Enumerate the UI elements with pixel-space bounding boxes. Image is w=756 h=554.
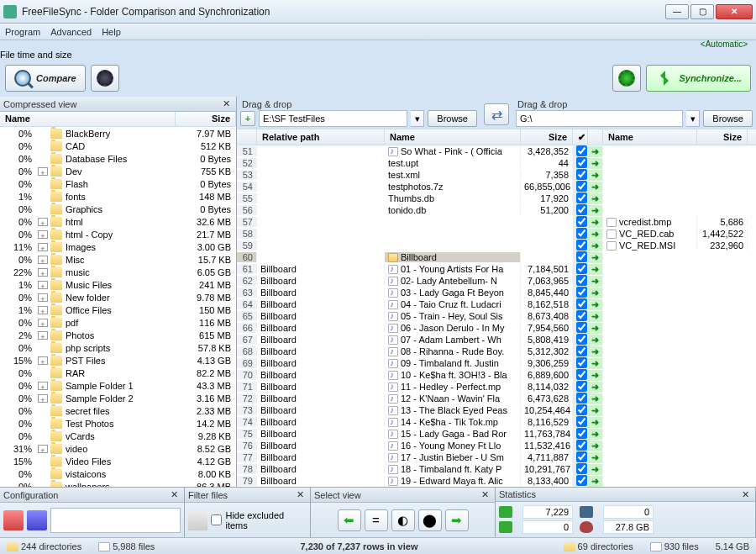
left-path-dropdown[interactable]: ▾ bbox=[411, 110, 424, 127]
right-path-dropdown[interactable]: ▾ bbox=[686, 110, 700, 127]
row-checkbox[interactable] bbox=[576, 416, 587, 427]
tree-row[interactable]: 0%php scripts57.8 KB bbox=[0, 341, 236, 354]
expand-icon[interactable]: + bbox=[38, 230, 48, 239]
grid-row[interactable]: 71Billboard11 - Hedley - Perfect.mp8,114… bbox=[237, 381, 756, 393]
tree-row[interactable]: 0%Test Photos14.2 MB bbox=[0, 417, 236, 430]
tree-col-size[interactable]: Size bbox=[176, 112, 236, 126]
new-config-button[interactable] bbox=[3, 510, 24, 530]
tree-row[interactable]: 0%+pdf116 MB bbox=[0, 316, 236, 329]
row-checkbox[interactable] bbox=[576, 475, 587, 486]
tree-row[interactable]: 0%vCards9.28 KB bbox=[0, 430, 236, 442]
row-checkbox[interactable] bbox=[576, 228, 587, 239]
col-relpath[interactable]: Relative path bbox=[257, 129, 385, 145]
synchronize-button[interactable]: Synchronize... bbox=[646, 65, 751, 92]
row-checkbox[interactable] bbox=[576, 451, 587, 462]
left-path-input[interactable] bbox=[259, 110, 407, 127]
view-diff-button[interactable]: ◐ bbox=[391, 509, 415, 531]
row-checkbox[interactable] bbox=[576, 310, 587, 321]
grid-row[interactable]: 65Billboard05 - Train - Hey, Soul Sis8,6… bbox=[237, 310, 756, 322]
minimize-button[interactable]: — bbox=[665, 4, 689, 19]
select-close-icon[interactable]: ✕ bbox=[479, 489, 491, 500]
grid-row[interactable]: 62Billboard02- Lady Antebellum- N7,063,9… bbox=[237, 275, 756, 287]
filter-close-icon[interactable]: ✕ bbox=[294, 489, 307, 500]
expand-icon[interactable]: + bbox=[38, 281, 48, 289]
right-path-input[interactable] bbox=[516, 110, 683, 127]
tree-row[interactable]: 22%+music6.05 GB bbox=[0, 266, 236, 278]
compare-button[interactable]: Compare bbox=[5, 65, 86, 92]
grid-row[interactable]: 70Billboard10 - Ke$ha ft. 3OH!3 - Bla6,8… bbox=[237, 369, 756, 381]
grid-row[interactable]: 74Billboard14 - Ke$ha - Tik Tok.mp8,116,… bbox=[237, 416, 756, 428]
tree-row[interactable]: 0%secret files2.33 MB bbox=[0, 404, 236, 417]
tree-row[interactable]: 1%+Music Files241 MB bbox=[0, 278, 236, 291]
close-button[interactable]: ✕ bbox=[716, 4, 753, 19]
expand-icon[interactable]: + bbox=[38, 268, 48, 277]
grid-row[interactable]: 63Billboard03 - Lady Gaga Ft Beyon8,845,… bbox=[237, 287, 756, 298]
row-checkbox[interactable] bbox=[576, 334, 587, 345]
tree-row[interactable]: 0%Database Files0 Bytes bbox=[0, 152, 236, 165]
grid-row[interactable]: 73Billboard13 - The Black Eyed Peas10,25… bbox=[237, 404, 756, 416]
grid-row[interactable]: 51So What - Pink - ( Officia3,428,352➜ bbox=[237, 145, 756, 157]
tree-col-name[interactable]: Name bbox=[0, 112, 176, 126]
col-size2[interactable]: Size bbox=[697, 129, 748, 145]
grid-row[interactable]: 79Billboard19 - Edward Maya ft. Alic8,13… bbox=[237, 475, 756, 487]
col-size[interactable]: Size bbox=[521, 129, 573, 145]
add-pair-button[interactable]: + bbox=[240, 111, 255, 126]
row-checkbox[interactable] bbox=[576, 298, 587, 309]
tree-row[interactable]: 0%+html32.6 MB bbox=[0, 215, 236, 228]
tree-row[interactable]: 31%+video8.52 GB bbox=[0, 442, 236, 455]
tree-row[interactable]: 0%Flash0 Bytes bbox=[0, 177, 236, 190]
left-browse-button[interactable]: Browse bbox=[428, 110, 477, 127]
col-check[interactable]: ✔ bbox=[573, 129, 588, 145]
menu-program[interactable]: Program bbox=[5, 27, 40, 37]
row-checkbox[interactable] bbox=[576, 428, 587, 439]
row-checkbox[interactable] bbox=[576, 381, 587, 392]
tree-close-icon[interactable]: ✕ bbox=[220, 98, 233, 109]
row-checkbox[interactable] bbox=[576, 346, 587, 356]
filter-settings-button[interactable] bbox=[188, 510, 207, 530]
view-equal-button[interactable]: = bbox=[365, 509, 388, 531]
col-name[interactable]: Name bbox=[385, 129, 521, 145]
tree-row[interactable]: 0%+Dev755 KB bbox=[0, 165, 236, 177]
expand-icon[interactable]: + bbox=[38, 382, 48, 390]
row-checkbox[interactable] bbox=[576, 204, 587, 215]
compare-settings-button[interactable] bbox=[91, 65, 119, 92]
expand-icon[interactable]: + bbox=[38, 218, 48, 226]
tree-row[interactable]: 0%Graphics0 Bytes bbox=[0, 203, 236, 215]
col-name2[interactable]: Name bbox=[603, 129, 697, 145]
row-checkbox[interactable] bbox=[576, 369, 587, 380]
tree-row[interactable]: 0%+New folder9.78 MB bbox=[0, 291, 236, 303]
row-checkbox[interactable] bbox=[576, 404, 587, 415]
config-close-icon[interactable]: ✕ bbox=[168, 489, 181, 500]
tree-body[interactable]: 0%BlackBerry7.97 MB0%CAD512 KB0%Database… bbox=[0, 127, 236, 487]
expand-icon[interactable]: + bbox=[38, 356, 48, 365]
view-none-button[interactable]: ⬤ bbox=[418, 509, 442, 531]
row-checkbox[interactable] bbox=[576, 145, 587, 156]
tree-row[interactable]: 0%CAD512 KB bbox=[0, 140, 236, 152]
tree-row[interactable]: 15%Video Files4.12 GB bbox=[0, 455, 236, 467]
swap-sides-button[interactable]: ⇄ bbox=[484, 103, 509, 125]
grid-row[interactable]: 75Billboard15 - Lady Gaga - Bad Ror11,76… bbox=[237, 428, 756, 440]
grid-row[interactable]: 57➜vcredist.bmp5,686 bbox=[237, 216, 756, 228]
stats-close-icon[interactable]: ✕ bbox=[739, 489, 752, 500]
grid-row[interactable]: 68Billboard08 - Rihanna - Rude Boy.5,312… bbox=[237, 346, 756, 357]
grid-row[interactable]: 67Billboard07 - Adam Lambert - Wh5,808,4… bbox=[237, 334, 756, 346]
row-checkbox[interactable] bbox=[576, 322, 587, 333]
row-checkbox[interactable] bbox=[576, 157, 587, 168]
hide-excluded-checkbox[interactable]: Hide excluded items bbox=[211, 510, 307, 530]
expand-icon[interactable]: + bbox=[38, 167, 48, 176]
grid-row[interactable]: 58➜VC_RED.cab1,442,522 bbox=[237, 228, 756, 240]
row-checkbox[interactable] bbox=[576, 275, 587, 286]
menu-help[interactable]: Help bbox=[102, 27, 121, 37]
save-config-button[interactable] bbox=[27, 510, 47, 530]
row-checkbox[interactable] bbox=[576, 169, 587, 180]
grid-row[interactable]: 76Billboard16 - Young Money Ft Llo11,532… bbox=[237, 440, 756, 451]
tree-row[interactable]: 0%+html - Copy21.7 MB bbox=[0, 228, 236, 240]
tree-row[interactable]: 1%fonts148 MB bbox=[0, 190, 236, 203]
grid-row[interactable]: 72Billboard12 - K'Naan - Wavin' Fla6,473… bbox=[237, 393, 756, 404]
tree-row[interactable]: 11%+Images3.00 GB bbox=[0, 240, 236, 253]
row-checkbox[interactable] bbox=[576, 193, 587, 203]
grid-row[interactable]: 60Billboard➜ bbox=[237, 251, 756, 263]
tree-row[interactable]: 0%+Sample Folder 143.3 MB bbox=[0, 379, 236, 392]
row-checkbox[interactable] bbox=[576, 357, 587, 368]
grid-row[interactable]: 52test.upt44➜ bbox=[237, 157, 756, 169]
